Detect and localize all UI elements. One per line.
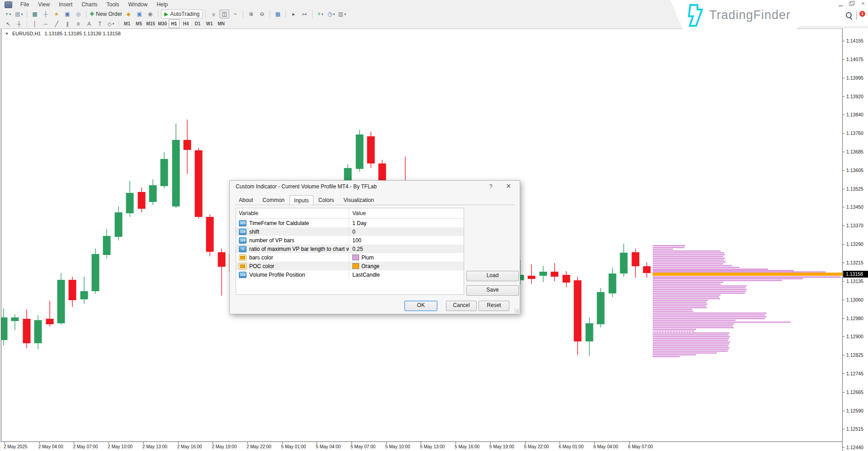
save-button[interactable]: Save	[466, 285, 519, 296]
terminal-button[interactable]: ▣	[62, 10, 72, 19]
tester-button[interactable]: ◎	[73, 10, 83, 19]
tab-about[interactable]: About	[234, 195, 257, 205]
tab-common[interactable]: Common	[258, 195, 289, 205]
tab-colors[interactable]: Colors	[314, 195, 339, 205]
alerts-button[interactable]: ◉	[145, 10, 155, 19]
chevron-down-icon[interactable]: ▾	[333, 12, 335, 16]
menu-tools[interactable]: Tools	[102, 0, 124, 9]
metaeditor-button[interactable]: ◆	[123, 10, 133, 19]
timeframe-h4[interactable]: H4	[180, 19, 191, 28]
menu-file[interactable]: File	[16, 0, 33, 9]
timeframe-m5[interactable]: M5	[133, 19, 144, 28]
tile-windows-button[interactable]: ▦	[273, 10, 283, 19]
chevron-down-icon[interactable]: ▼	[5, 32, 9, 36]
menu-charts[interactable]: Charts	[77, 0, 102, 9]
value-cell[interactable]: LastCandle	[349, 270, 464, 279]
value-cell[interactable]: 1 Day	[349, 219, 464, 227]
dialog-titlebar[interactable]: Custom Indicator - Current Volume Profil…	[230, 181, 520, 192]
help-icon[interactable]: ?	[487, 183, 494, 190]
price-tick	[843, 170, 844, 171]
table-row[interactable]: 123TimeFrame for Caldulate1 Day	[236, 219, 464, 227]
chevron-down-icon[interactable]: ▾	[344, 12, 346, 16]
inputs-table: VariableValue123TimeFrame for Caldulate1…	[236, 208, 464, 295]
value-cell[interactable]: 0.25	[349, 245, 464, 253]
timeframe-m1[interactable]: M1	[122, 19, 133, 28]
chat-icon[interactable]: 1	[856, 12, 864, 19]
profiles-button[interactable]: ▤▾	[14, 10, 24, 19]
new-order-button[interactable]: ✚New Order	[89, 10, 123, 19]
menu-insert[interactable]: Insert	[54, 0, 77, 9]
vertical-line-tool[interactable]: │	[30, 19, 40, 29]
periods-button[interactable]: ◷▾	[326, 10, 336, 19]
timeframe-d1[interactable]: D1	[192, 19, 203, 28]
data-window-button[interactable]: ┼	[41, 10, 51, 19]
templates-button[interactable]: ▧▾	[337, 10, 347, 19]
trendline-tool[interactable]: ╱	[52, 19, 62, 29]
value-cell[interactable]: Orange	[349, 262, 464, 270]
table-row[interactable]: POC colorOrange	[236, 262, 464, 270]
label-tool[interactable]: T	[95, 19, 105, 29]
chevron-down-icon[interactable]: ▾	[21, 12, 23, 16]
channel-tool[interactable]: ∥	[62, 19, 72, 29]
ok-button[interactable]: OK	[404, 301, 437, 311]
timeframe-w1[interactable]: W1	[204, 19, 215, 28]
bar-chart-button[interactable]: |||	[209, 10, 218, 19]
timeframe-m30[interactable]: M30	[157, 19, 168, 28]
search-icon[interactable]	[846, 12, 852, 18]
table-row[interactable]: 123Volume Profile PositionLastCandle	[236, 270, 464, 279]
chart-shift-button[interactable]: ↦	[299, 10, 309, 19]
navigator-button[interactable]: ★	[52, 10, 62, 19]
menu-view[interactable]: View	[33, 0, 54, 9]
value-cell[interactable]: 0	[349, 227, 464, 236]
time-label: 6 May 01:00	[559, 444, 583, 449]
candles-button[interactable]: ◫	[219, 10, 229, 19]
timeframe-m15[interactable]: M15	[145, 19, 156, 28]
chevron-down-icon[interactable]: ▾	[113, 22, 114, 26]
zoom-out-button[interactable]: ⊖	[257, 10, 267, 19]
candle-body	[597, 292, 605, 324]
table-row[interactable]: ½ratio of maximum VP bar length to chart…	[236, 245, 464, 253]
time-tick	[143, 442, 144, 444]
restore-icon[interactable]	[849, 2, 854, 6]
cancel-button[interactable]: Cancel	[446, 301, 477, 311]
market-watch-button[interactable]: ▦	[30, 10, 40, 19]
menu-help[interactable]: Help	[152, 0, 172, 9]
table-row[interactable]: 123shift0	[236, 227, 464, 236]
resize-grip[interactable]	[514, 308, 519, 313]
zoom-in-button[interactable]: ⊕	[246, 10, 256, 19]
close-icon[interactable]: ×	[860, 1, 866, 6]
tab-inputs[interactable]: Inputs	[289, 195, 313, 206]
price-axis[interactable]: 1.141551.140751.139951.139201.138401.137…	[842, 29, 868, 451]
timeframe-mn[interactable]: MN	[216, 19, 227, 28]
reset-button[interactable]: Reset	[479, 301, 509, 311]
time-axis[interactable]: 2 May 20252 May 04:002 May 07:002 May 10…	[1, 441, 842, 451]
time-label: 2 May 07:00	[73, 444, 98, 449]
value-cell[interactable]: 100	[349, 236, 464, 245]
fibonacci-tool[interactable]: ≡	[73, 19, 83, 29]
new-chart-button[interactable]: +▾	[3, 10, 13, 19]
value-cell[interactable]: Plum	[349, 253, 464, 262]
table-row[interactable]: 123number of VP bars100	[236, 236, 464, 245]
shapes-tool[interactable]: ◇▾	[106, 19, 116, 29]
horizontal-line-tool[interactable]: ─	[41, 19, 51, 29]
community-button[interactable]: ▣	[134, 10, 144, 19]
autotrading-button[interactable]: ▶AutoTrading	[161, 10, 203, 19]
tab-visualization[interactable]: Visualization	[339, 195, 378, 205]
table-row[interactable]: bars colorPlum	[236, 253, 464, 262]
minimize-icon[interactable]	[839, 1, 843, 6]
price-tick	[843, 336, 844, 337]
indicators-button[interactable]: +▾	[315, 10, 325, 19]
auto-scroll-button[interactable]: ▸	[289, 10, 299, 19]
numeric-param-icon: 123	[239, 237, 247, 244]
volume-profile-bar	[653, 307, 707, 308]
timeframe-h1[interactable]: H1	[169, 19, 180, 28]
chevron-down-icon[interactable]: ▾	[322, 12, 323, 16]
text-tool[interactable]: A	[84, 19, 94, 29]
close-icon[interactable]: ✕	[504, 182, 512, 190]
crosshair-tool[interactable]: ┼	[14, 19, 24, 29]
load-button[interactable]: Load	[466, 271, 519, 281]
line-chart-button[interactable]: ~	[230, 10, 240, 19]
menu-window[interactable]: Window	[124, 0, 152, 9]
cursor-tool[interactable]: ↖	[3, 19, 13, 29]
chevron-down-icon[interactable]: ▾	[9, 12, 11, 16]
